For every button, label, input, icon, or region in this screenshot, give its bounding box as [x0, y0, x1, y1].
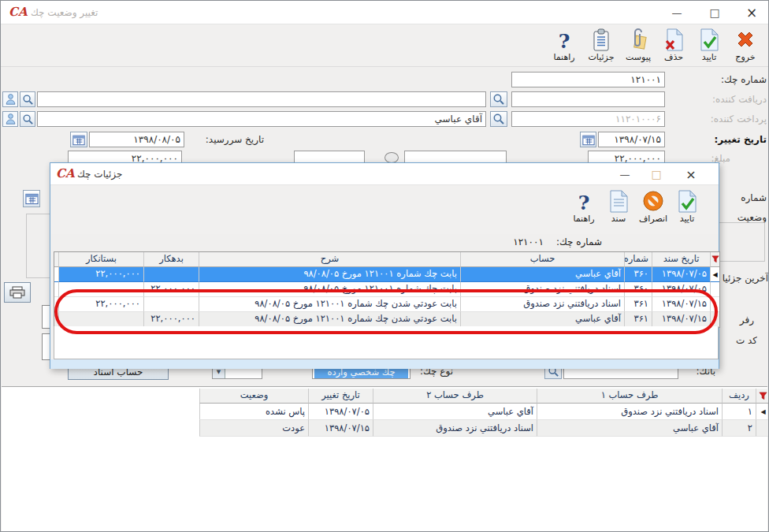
paperclip-icon	[628, 27, 649, 51]
partial-serial-label: شماره	[721, 192, 767, 203]
table-row[interactable]: ۲ آقاي عباسي اسناد دريافتني نزد صندوق ۱۳…	[199, 420, 769, 437]
filter-icon	[711, 255, 719, 263]
help-icon: ?	[559, 27, 570, 51]
maximize-icon: □	[651, 168, 661, 180]
minimize-button[interactable]: —	[663, 1, 691, 24]
col-doc-date[interactable]: تاريخ سند	[652, 252, 710, 267]
dialog-minimize-button[interactable]: —	[611, 163, 638, 185]
details-label: جزئيات	[589, 52, 615, 62]
payer-code-field[interactable]: ۱۱۲۰۱۰۰۰۶	[511, 111, 665, 127]
clipboard-icon	[591, 27, 611, 51]
cell-doc-date: ۱۳۹۸/۰۷/۰۵	[652, 267, 710, 282]
dialog-check-number-label: شماره چك:	[556, 236, 602, 247]
cell-row: ۲	[722, 420, 756, 437]
change-date-field[interactable]: ۱۳۹۸/۰۷/۱۵	[598, 132, 665, 147]
help-icon: ?	[578, 188, 590, 213]
due-date-field[interactable]: ۱۳۹۸/۰۸/۰۵	[89, 132, 184, 147]
left-calendar-button[interactable]	[23, 190, 40, 207]
details-table: تاريخ سند شماره حساب شرح بدهكار بستانكار…	[54, 251, 720, 328]
partial-code-label: كد ت	[723, 335, 757, 346]
history-filter-cell[interactable]	[756, 389, 769, 404]
payer-label: پرداخت كننده:	[667, 113, 767, 125]
dialog-maximize-button[interactable]: □	[643, 163, 670, 185]
delete-label: حذف	[664, 52, 683, 62]
cell-party2: آقاي عباسي	[373, 404, 537, 420]
cell-party1: اسناد دريافتني نزد صندوق	[537, 404, 722, 420]
attach-button[interactable]: پيوست	[620, 27, 656, 62]
main-title-bar: CA تغيير وضعيت چك — □ ×	[1, 1, 768, 24]
col-number[interactable]: شماره	[624, 252, 652, 267]
attach-label: پيوست	[626, 52, 651, 62]
minimize-icon: —	[620, 169, 630, 180]
cell-debit: ۲۲,۰۰۰,۰۰۰	[143, 282, 199, 297]
table-row[interactable]: ۱۳۹۸/۰۷/۱۵ ۳۶۱ اسناد دريافتني نزد صندوق …	[54, 297, 719, 312]
due-date-label: تاريخ سررسيد:	[187, 134, 264, 145]
help-button[interactable]: ? راهنما	[546, 27, 582, 62]
history-col-party1[interactable]: طرف حساب ۱	[537, 389, 722, 404]
cell-date: ۱۳۹۸/۰۷/۰۵	[308, 404, 373, 420]
dialog-confirm-button[interactable]: تاييد	[670, 188, 704, 224]
dialog-bottom-strip	[50, 359, 719, 369]
partial-last-details-label: آخرين جزئيا	[719, 273, 768, 284]
dialog-check-number-row: شماره چك: ۱۲۱۰۰۱	[397, 236, 602, 247]
exit-button[interactable]: خروج	[727, 27, 763, 62]
close-button[interactable]: ×	[737, 1, 767, 24]
app-logo: CA	[56, 168, 75, 180]
cell-description: بابت چك شماره ۱۲۱۰۰۱ مورخ ۹۸/۰۸/۰۵	[199, 267, 460, 282]
confirm-button[interactable]: تاييد	[691, 27, 727, 62]
dialog-title-bar: CA جزئيات چك — □ ×	[50, 163, 719, 185]
receiver-name-search-button[interactable]	[20, 91, 35, 107]
dialog-cancel-button[interactable]: انصراف	[635, 188, 671, 224]
col-account[interactable]: حساب	[460, 252, 624, 267]
cell-number: ۳۶۰	[624, 267, 652, 282]
delete-button[interactable]: حذف	[656, 27, 692, 62]
dialog-help-button[interactable]: ? راهنما	[566, 188, 602, 224]
maximize-icon: □	[709, 6, 719, 19]
exit-label: خروج	[735, 52, 755, 62]
payer-contact-button[interactable]	[2, 111, 18, 127]
due-date-calendar-button[interactable]	[70, 132, 87, 147]
receiver-label: دريافت كننده:	[667, 94, 767, 105]
cell-credit: ۲۲,۰۰۰,۰۰۰	[58, 267, 143, 282]
table-row[interactable]: ◀ ۱ اسناد دريافتني نزد صندوق آقاي عباسي …	[199, 404, 769, 420]
table-row[interactable]: ۱۳۹۸/۰۷/۱۵ ۳۶۱ آقاي عباسي بابت عودتي شدن…	[54, 312, 719, 327]
col-description[interactable]: شرح	[199, 252, 460, 267]
receiver-name-field[interactable]	[37, 91, 486, 107]
search-icon	[492, 113, 505, 125]
row-selector	[710, 312, 719, 327]
receiver-search-button[interactable]	[490, 91, 507, 107]
row-selector	[710, 297, 719, 312]
oval-indicator-icon	[384, 152, 399, 163]
cell-number: ۳۶۱	[624, 312, 652, 327]
history-col-status[interactable]: وضعيت	[199, 389, 308, 404]
table-row[interactable]: ۱۳۹۸/۰۷/۰۵ ۳۶۰ اسناد دريافتني نزد صندوق …	[54, 282, 719, 297]
payer-search-button[interactable]	[490, 111, 507, 127]
change-date-calendar-button[interactable]	[580, 132, 596, 147]
cell-credit: ۲۲,۰۰۰,۰۰۰	[58, 297, 143, 312]
details-filter-cell[interactable]	[710, 252, 719, 267]
history-col-date[interactable]: تاريخ تغيير	[308, 389, 373, 404]
col-credit[interactable]: بستانكار	[58, 252, 143, 267]
print-button[interactable]	[4, 282, 31, 303]
payer-name-field[interactable]: آقاي عباسي	[37, 111, 486, 127]
cancel-icon	[641, 188, 665, 213]
details-button[interactable]: جزئيات	[582, 27, 620, 62]
dialog-close-button[interactable]: ×	[676, 163, 706, 185]
cell-credit	[58, 312, 143, 327]
dialog-empty-area	[54, 326, 719, 359]
row-selector	[756, 420, 769, 437]
payer-name-search-button[interactable]	[20, 111, 35, 127]
calendar-icon	[72, 134, 85, 146]
table-row[interactable]: ◀ ۱۳۹۸/۰۷/۰۵ ۳۶۰ آقاي عباسي بابت چك شمار…	[54, 267, 719, 282]
search-icon	[22, 94, 34, 106]
history-col-party2[interactable]: طرف حساب ۲	[373, 389, 537, 404]
receiver-code-field[interactable]	[511, 91, 665, 107]
dialog-document-button[interactable]: سند	[602, 188, 635, 224]
receiver-contact-button[interactable]	[2, 91, 18, 107]
cell-description: بابت عودتي شدن چك شماره ۱۲۱۰۰۱ مورخ ۹۸/۰…	[199, 312, 460, 327]
maximize-button[interactable]: □	[700, 1, 729, 24]
row-selector: ◀	[710, 267, 719, 282]
check-number-field[interactable]: ۱۲۱۰۰۱	[511, 72, 665, 87]
history-col-row[interactable]: رديف	[722, 389, 756, 404]
col-debit[interactable]: بدهكار	[143, 252, 199, 267]
